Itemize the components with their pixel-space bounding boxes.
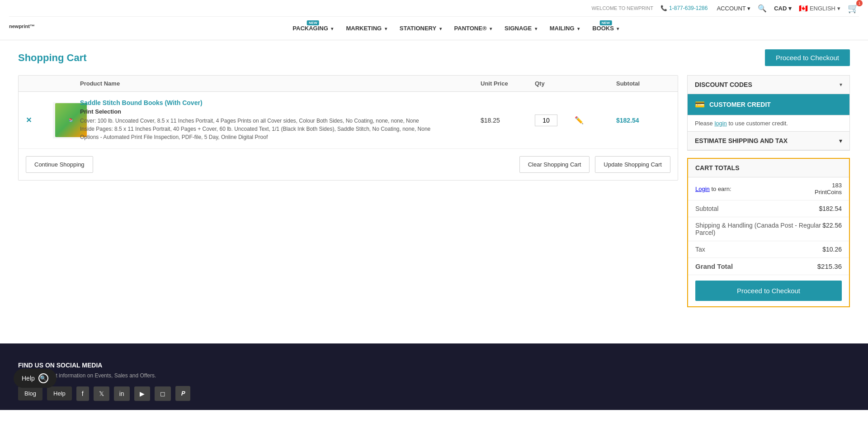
credit-card-icon: 💳 [695,100,705,110]
tax-row: Tax $10.26 [688,241,849,258]
product-name-link[interactable]: Saddle Stitch Bound Books (With Cover) [80,99,203,106]
login-earn-text: Login to earn: [695,186,731,192]
credit-info: Please login to use customer credit. [688,115,849,132]
new-badge-packaging: NEW [307,20,319,25]
language-selector[interactable]: 🇨🇦 ENGLISH ▾ [799,4,840,13]
nav-marketing[interactable]: MARKETING ▾ [340,21,393,35]
proceed-checkout-bottom-button[interactable]: Proceed to Checkout [695,281,842,301]
social-link-facebook[interactable]: f [76,386,89,401]
qty-container [535,114,571,126]
close-icon[interactable]: ✕ [26,116,32,124]
social-link-pinterest[interactable]: 𝙋 [175,386,190,401]
social-link-twitter[interactable]: 𝕏 [94,386,109,401]
help-button[interactable]: Help 🔍 [14,369,57,388]
continue-shopping-button[interactable]: Continue Shopping [26,156,93,173]
cart-totals-header: CART TOTALS [688,159,849,177]
social-link-youtube[interactable]: ▶ [134,386,150,401]
nav-books[interactable]: NEW BOOKS ▾ [586,21,625,35]
product-detail-options: Options - Automated Print File Inspectio… [80,133,481,141]
clear-cart-button[interactable]: Clear Shopping Cart [519,156,590,173]
site-logo[interactable]: newprint™ [9,23,35,34]
social-link-blog[interactable]: Blog [18,386,42,400]
cart-table-header: Product Name Unit Price Qty Subtotal [19,76,678,92]
page-title: Shopping Cart [18,52,87,64]
nav-pantone[interactable]: PANTONE® ▾ [448,21,499,35]
flag-icon: 🇨🇦 [799,4,808,13]
item-subtotal: $182.54 [616,117,670,124]
discount-codes-label: DISCOUNT CODES [695,81,752,88]
cart-icon[interactable]: 🛒 1 [848,3,859,14]
subtotal-amount: $182.54 [819,205,842,212]
chevron-down-icon: ▾ [840,81,842,88]
header-qty: Qty [535,80,571,87]
login-earn-link[interactable]: Login [695,186,710,192]
tax-label: Tax [695,246,705,253]
proceed-checkout-top-button[interactable]: Proceed to Checkout [765,49,850,66]
chevron-down-icon-shipping: ▾ [839,137,842,144]
remove-item-button[interactable]: ✕ [26,116,53,124]
social-title: FIND US ON SOCIAL MEDIA [18,362,850,369]
new-badge-books: NEW [599,20,612,25]
print-selection-label: Print Selection [80,108,481,115]
account-link[interactable]: ACCOUNT ▾ [717,5,750,12]
header-product-name: Product Name [80,80,481,87]
nav-menu: NEW PACKAGING ▾ MARKETING ▾ STATIONERY ▾… [53,21,859,35]
social-desc: Get all the latest information on Events… [18,372,850,379]
subtotal-row: Subtotal $182.54 [688,200,849,217]
social-link-linkedin[interactable]: in [114,386,130,401]
pencil-icon[interactable]: ✏️ [575,116,584,124]
header-col-empty2 [53,80,80,87]
estimate-shipping-label: ESTIMATE SHIPPING AND TAX [695,137,788,144]
footer: FIND US ON SOCIAL MEDIA Get all the late… [0,343,868,410]
welcome-text: WELCOME TO NEWPRINT [592,5,654,11]
customer-credit-bar[interactable]: 💳 CUSTOMER CREDIT [688,94,849,115]
currency-selector[interactable]: CAD ▾ [774,5,792,12]
estimate-shipping-header[interactable]: ESTIMATE SHIPPING AND TAX ▾ [688,132,849,150]
social-links: Blog Help f 𝕏 in ▶ ◻ 𝙋 [18,386,850,401]
grand-total-label: Grand Total [695,262,733,270]
nav-mailing[interactable]: MAILING ▾ [543,21,586,35]
printcoins-amount: 183 PrintCoins [815,182,842,195]
subtotal-label: Subtotal [695,205,718,212]
page-header: Shopping Cart Proceed to Checkout [18,49,850,66]
header-col-empty1 [26,80,53,87]
nav-packaging[interactable]: NEW PACKAGING ▾ [286,21,340,35]
product-details-cell: Saddle Stitch Bound Books (With Cover) P… [80,99,481,141]
product-image: 📚 [53,102,80,138]
cart-badge: 1 [856,0,863,6]
social-link-help[interactable]: Help [47,386,72,400]
nav-signage[interactable]: SIGNAGE ▾ [498,21,543,35]
shipping-label: Shipping & Handling (Canada Post - Regul… [695,222,822,236]
discount-codes-header[interactable]: DISCOUNT CODES ▾ [688,76,849,94]
qty-input[interactable] [535,114,557,126]
grand-total-amount: $215.36 [817,262,842,270]
help-label: Help [22,375,35,382]
tax-amount: $10.26 [822,246,842,253]
shipping-amount: $22.56 [822,222,842,236]
search-circle-icon: 🔍 [38,373,48,383]
update-cart-button[interactable]: Update Shopping Cart [595,156,670,173]
cart-totals-section: CART TOTALS Login to earn: 183 PrintCoin… [687,158,850,307]
cart-sidebar: DISCOUNT CODES ▾ 💳 CUSTOMER CREDIT Pleas… [687,75,850,307]
product-detail-inside: Inside Pages: 8.5 x 11 Inches Portrait, … [80,125,481,133]
cart-table-section: Product Name Unit Price Qty Subtotal ✕ 📚 [18,75,678,181]
header-col-empty3 [571,80,616,87]
edit-qty-button[interactable]: ✏️ [571,116,616,124]
nav-stationery[interactable]: STATIONERY ▾ [393,21,448,35]
discount-codes-section: DISCOUNT CODES ▾ 💳 CUSTOMER CREDIT Pleas… [687,75,850,151]
grand-total-row: Grand Total $215.36 [688,258,849,275]
main-navigation: newprint™ NEW PACKAGING ▾ MARKETING ▾ ST… [9,17,859,40]
social-media-section: FIND US ON SOCIAL MEDIA Get all the late… [18,362,850,401]
product-detail-cover: Cover: 100 lb. Uncoated Cover, 8.5 x 11 … [80,117,481,125]
table-row: ✕ 📚 Saddle Stitch Bound Books (With Cove… [19,92,678,149]
search-icon[interactable]: 🔍 [758,4,767,13]
right-actions: Clear Shopping Cart Update Shopping Cart [519,156,670,173]
social-link-instagram[interactable]: ◻ [155,386,171,401]
phone-number: 📞1-877-639-1286 [660,5,709,11]
customer-credit-label: CUSTOMER CREDIT [709,101,771,108]
item-unit-price: $18.25 [481,117,535,124]
header-unit-price: Unit Price [481,80,535,87]
shipping-row: Shipping & Handling (Canada Post - Regul… [688,217,849,241]
login-link[interactable]: login [714,120,726,127]
cart-actions: Continue Shopping Clear Shopping Cart Up… [19,149,678,180]
